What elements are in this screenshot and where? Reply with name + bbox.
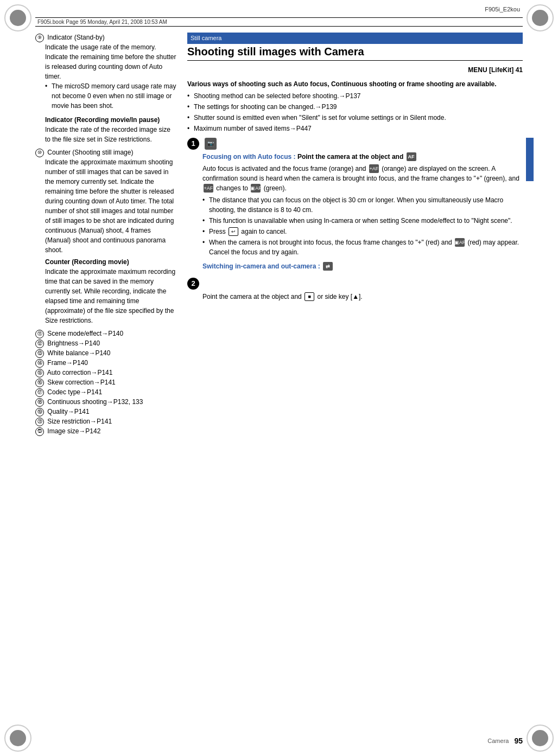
step-1-content: Focusing on with Auto focus : Point the … [202, 152, 523, 271]
indicator-standby-text: Indicate the usage rate of the memory. I… [35, 42, 176, 81]
book-info-text: F905i.book Page 95 Monday, April 21, 200… [37, 19, 167, 25]
intro-bullet-3: Shutter sound is emitted even when "Sile… [187, 113, 523, 123]
page-label: Camera [487, 738, 509, 744]
intro-bullet-1: Shooting method can be selected before s… [187, 91, 523, 101]
step-1-bullet-3: Press ↩ again to cancel. [202, 227, 523, 236]
focusing-desc: Point the camera at the object and AF [297, 153, 417, 161]
counter-recording-text: Indicate the approximate maximum recordi… [35, 267, 176, 325]
book-ref: F905i_E2kou [485, 6, 520, 12]
shutter-icon: ■ [305, 292, 314, 301]
corner-decoration-br [527, 725, 554, 752]
list-item-21: ㉑ Image size→P142 [35, 426, 176, 436]
numbered-items-list: ⑪ Scene mode/effect→P140 ⑫ Brightness→P1… [35, 329, 176, 436]
list-item-11: ⑪ Scene mode/effect→P140 [35, 329, 176, 338]
step-2-number: 2 [187, 278, 199, 290]
header-bar: F905i_E2kou [0, 0, 558, 16]
step-2-header: 2 [187, 278, 523, 290]
still-camera-tag: Still camera [187, 33, 523, 44]
indicator-standby-num: ⑨ [35, 34, 44, 42]
intro-bullet-2: The settings for shooting can be changed… [187, 102, 523, 112]
switching-label: Switching in-camera and out-camera : ⇄ [202, 261, 523, 271]
step-1-header: 1 📷 [187, 138, 523, 150]
page-number-area: Camera 95 [487, 736, 523, 745]
list-item-19: ⑲ Quality→P141 [35, 407, 176, 417]
indicator-standby-block: ⑨ Indicator (Stand-by) Indicate the usag… [35, 33, 176, 144]
plus-icon: +AF [204, 184, 213, 193]
left-column: ⑨ Indicator (Stand-by) Indicate the usag… [35, 33, 176, 723]
book-info: F905i.book Page 95 Monday, April 21, 200… [35, 17, 523, 27]
step-1-block: 1 📷 Focusing on with Auto focus : Point … [187, 138, 523, 271]
intro-bullet-4: Maximum number of saved items→P447 [187, 124, 523, 133]
main-content: ⑨ Indicator (Stand-by) Indicate the usag… [35, 33, 523, 723]
plus-auto-focus-icon: +AF [369, 164, 379, 173]
step-2-text: Point the camera at the object and ■ or … [202, 292, 523, 302]
step-1-bullet-2: This function is unavailable when using … [202, 216, 523, 226]
cancel-icon: ↩ [229, 227, 238, 236]
counter-still-text: Indicate the approximate maximum shootin… [35, 157, 176, 255]
af-icon: AF [407, 152, 416, 161]
corner-decoration-bl [4, 725, 31, 752]
counter-still-header: ⑩ Counter (Shooting still image) [35, 148, 176, 157]
menu-label: MENU [LifeKit] 41 [187, 65, 523, 75]
section-title: Shooting still images with Camera [187, 45, 523, 61]
list-item-15: ⑮ Auto correction→P141 [35, 368, 176, 377]
step-2-block: 2 Point the camera at the object and ■ o… [187, 278, 523, 302]
counter-recording-label: Counter (Recording movie) [35, 257, 176, 267]
intro-text: Various ways of shooting such as Auto fo… [187, 79, 523, 89]
camera-icon: 📷 [205, 138, 217, 150]
step-1-focusing-line: Focusing on with Auto focus : Point the … [202, 152, 523, 162]
list-item-14: ⑭ Frame→P140 [35, 358, 176, 368]
step-1-bullet-4: When the camera is not brought into focu… [202, 238, 523, 257]
counter-still-num: ⑩ [35, 149, 44, 157]
step-1-number: 1 [187, 138, 199, 150]
switch-icon: ⇄ [323, 262, 333, 271]
counter-still-block: ⑩ Counter (Shooting still image) Indicat… [35, 148, 176, 325]
indicator-recording-label: Indicator (Recording movie/In pause) [35, 115, 176, 125]
focusing-label: Focusing on with Auto focus : [202, 153, 296, 161]
step-1-body: Auto focus is activated and the focus fr… [202, 164, 523, 193]
red-focus-icon: ▣AF [455, 238, 465, 247]
indicator-standby-header: ⑨ Indicator (Stand-by) [35, 33, 176, 42]
list-item-16: ⑯ Skew correction→P141 [35, 377, 176, 387]
list-item-20: ⑳ Size restriction→P141 [35, 417, 176, 426]
indicator-standby-title: Indicator (Stand-by) [47, 34, 104, 41]
counter-still-title: Counter (Shooting still image) [47, 149, 133, 156]
right-column: Still camera Shooting still images with … [187, 33, 523, 723]
green-icon: ▣AF [251, 184, 261, 193]
step-side-marker [526, 138, 534, 181]
indicator-standby-bullet: The microSD memory card usage rate may n… [45, 81, 176, 111]
list-item-13: ⑬ White balance→P140 [35, 348, 176, 358]
list-item-18: ⑱ Continuous shooting→P132, 133 [35, 397, 176, 407]
step-2-content: Point the camera at the object and ■ or … [202, 292, 523, 302]
step-1-bullets: The distance that you can focus on the o… [202, 195, 523, 257]
intro-bullets: Shooting method can be selected before s… [187, 91, 523, 133]
step-1-bullet-1: The distance that you can focus on the o… [202, 195, 523, 215]
indicator-recording-text: Indicate the rate of the recorded image … [35, 125, 176, 144]
page-num: 95 [514, 736, 523, 745]
list-item-12: ⑫ Brightness→P140 [35, 338, 176, 348]
list-item-17: ⑰ Codec type→P141 [35, 387, 176, 397]
